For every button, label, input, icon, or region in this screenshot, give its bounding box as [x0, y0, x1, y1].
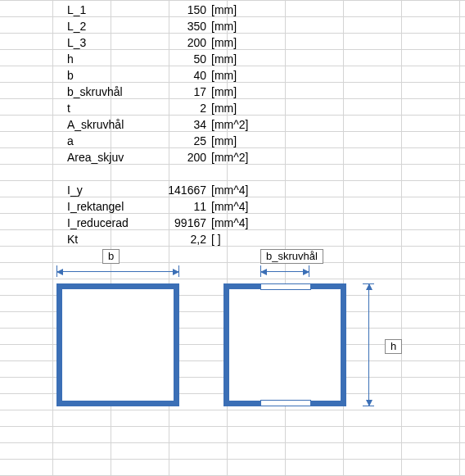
param-value: 200 [147, 34, 208, 51]
param-unit: [mm] [210, 2, 269, 18]
param-value: 200 [147, 149, 208, 165]
param-value: 34 [147, 116, 208, 133]
param-value: 11 [147, 198, 208, 215]
param-unit: [mm^2] [210, 116, 269, 133]
param-name: Area_skjuv [65, 149, 149, 165]
param-value: 25 [147, 133, 208, 149]
dim-arrow-bskruvhal [260, 271, 309, 272]
param-name: I_reducerad [65, 215, 149, 231]
dim-tick [178, 265, 179, 277]
dim-label-bskruvhal: b_skruvhål [260, 249, 323, 264]
dim-label-b: b [102, 249, 120, 264]
dim-arrow-b [56, 271, 179, 272]
param-name: L_3 [65, 34, 149, 51]
dim-tick [56, 265, 57, 277]
screw-hole-top [260, 283, 311, 290]
param-name: Kt [65, 231, 149, 247]
cross-section-reduced [223, 283, 346, 406]
param-unit: [mm] [210, 84, 269, 100]
param-value: 50 [147, 51, 208, 67]
param-name: A_skruvhål [65, 116, 149, 133]
param-name: I_y [65, 182, 149, 198]
param-name: h [65, 51, 149, 67]
dim-label-h: h [385, 339, 402, 354]
param-unit: [mm] [210, 67, 269, 84]
param-name: a [65, 133, 149, 149]
param-value: 2,2 [147, 231, 208, 247]
param-name: L_2 [65, 18, 149, 34]
param-name: t [65, 100, 149, 116]
param-unit: [mm] [210, 51, 269, 67]
param-unit: [ ] [210, 231, 269, 247]
dim-tick [363, 283, 374, 284]
screw-hole-bottom [260, 400, 311, 406]
dim-tick [363, 406, 374, 406]
param-name: b [65, 67, 149, 84]
param-value: 40 [147, 67, 208, 84]
param-value: 2 [147, 100, 208, 116]
param-value: 17 [147, 84, 208, 100]
param-value: 350 [147, 18, 208, 34]
param-name: L_1 [65, 2, 149, 18]
param-unit: [mm] [210, 18, 269, 34]
param-name: b_skruvhål [65, 84, 149, 100]
param-unit: [mm^4] [210, 198, 269, 215]
cross-section-full [56, 283, 179, 406]
param-unit: [mm] [210, 34, 269, 51]
dim-tick [309, 265, 309, 277]
param-value: 99167 [147, 215, 208, 231]
param-unit: [mm^4] [210, 215, 269, 231]
param-unit: [mm^4] [210, 182, 269, 198]
dim-tick [260, 265, 261, 277]
dim-arrow-h [368, 283, 369, 406]
param-value: 150 [147, 2, 208, 18]
param-unit: [mm] [210, 133, 269, 149]
param-unit: [mm^2] [210, 149, 269, 165]
param-value: 141667 [147, 182, 208, 198]
param-unit: [mm] [210, 100, 269, 116]
param-name: I_rektangel [65, 198, 149, 215]
